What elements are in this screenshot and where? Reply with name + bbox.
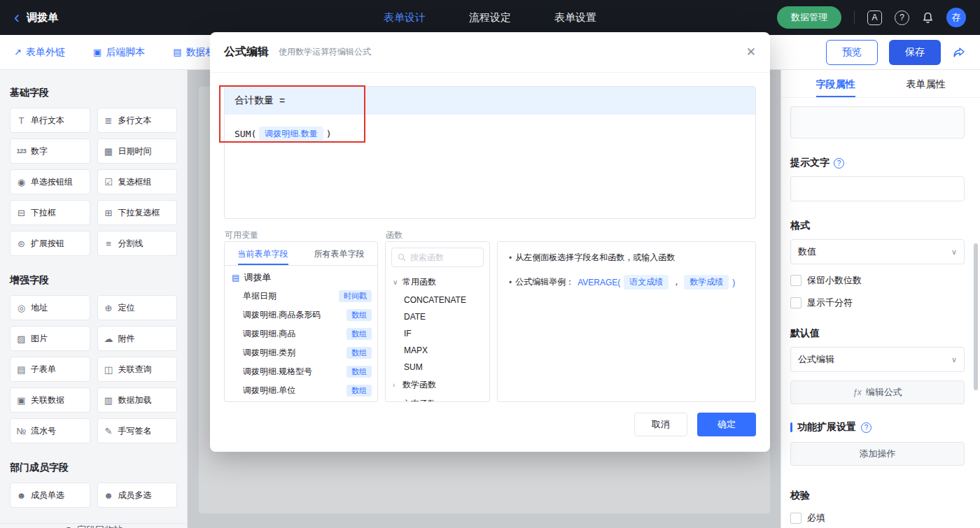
field-item-label: 复选框组 <box>118 176 152 188</box>
field-item-multi-line-text[interactable]: ≣多行文本 <box>97 108 178 133</box>
default-value-select[interactable]: 公式编辑 ∨ <box>790 347 965 372</box>
variable-item[interactable]: 调拨明细.商品数组 <box>225 324 377 343</box>
format-select-value: 数值 <box>798 245 816 258</box>
checkbox-box[interactable] <box>790 513 802 524</box>
extension-settings-section: 功能扩展设置 ? <box>790 421 965 434</box>
field-item-extension-button[interactable]: ⊜扩展按钮 <box>10 231 90 256</box>
variable-type-badge: 时间戳 <box>339 290 372 302</box>
dropdown-icon: ⊟ <box>16 208 27 218</box>
description-box[interactable] <box>790 106 965 138</box>
variable-type-badge: 数组 <box>346 309 372 321</box>
function-item-if[interactable]: IF <box>386 325 489 342</box>
back-icon[interactable]: ‹ <box>14 9 20 26</box>
hint-help-icon[interactable]: ? <box>834 158 844 169</box>
checkbox-thousands-separator[interactable]: 显示千分符 <box>790 297 965 309</box>
function-item-concatenate[interactable]: CONCATENATE <box>386 292 489 308</box>
function-search-input[interactable] <box>410 252 477 262</box>
field-item-subform[interactable]: ▤子表单 <box>10 357 90 382</box>
avatar[interactable]: 存 <box>946 8 966 27</box>
field-item-checkbox-group[interactable]: ☑复选框组 <box>97 169 178 194</box>
data-manage-button[interactable]: 数据管理 <box>777 6 841 29</box>
tab-form-settings[interactable]: 表单设置 <box>554 11 596 24</box>
member-single-icon: ☻ <box>16 490 27 501</box>
function-item-date[interactable]: DATE <box>386 308 489 325</box>
variable-item[interactable]: 调拨明细.类别数组 <box>225 343 377 362</box>
field-item-label: 流水号 <box>31 425 56 437</box>
field-item-label: 多行文本 <box>118 115 152 127</box>
field-item-signature[interactable]: ✎手写签名 <box>97 418 178 443</box>
confirm-button[interactable]: 确定 <box>697 413 756 436</box>
section-title-member-fields: 部门成员字段 <box>10 462 177 474</box>
checkbox-keep-decimal-places[interactable]: 保留小数位数 <box>790 274 965 287</box>
functions-panel: ∨ 常用函数 CONCATENATE DATE IF MAPX SUM › 数学… <box>385 241 490 402</box>
field-item-serial-number[interactable]: №流水号 <box>10 418 90 443</box>
field-item-radio-group[interactable]: ◉单选按钮组 <box>10 169 90 194</box>
toolbar-link-script[interactable]: ▣ 后端脚本 <box>93 46 145 59</box>
tab-form-design[interactable]: 表单设计 <box>384 11 426 24</box>
tab-flow-settings[interactable]: 流程设定 <box>469 11 511 24</box>
variable-item[interactable]: 调拨明细.单位数组 <box>225 381 377 400</box>
field-item-single-line-text[interactable]: T单行文本 <box>10 108 90 133</box>
bell-icon[interactable] <box>922 12 934 24</box>
help-text: 从左侧面板选择字段名和函数，或输入函数 <box>515 252 675 264</box>
variable-name: 调拨明细.单位 <box>243 385 295 397</box>
checkbox-box[interactable] <box>790 297 802 308</box>
formula-expression[interactable]: SUM( 调拨明细.数量 ) <box>225 115 755 153</box>
formula-editor[interactable]: 合计数量 = SUM( 调拨明细.数量 ) <box>224 86 756 219</box>
field-item-number[interactable]: 123数字 <box>10 138 90 164</box>
toolbar-link-external[interactable]: ↗ 表单外链 <box>14 46 65 59</box>
function-group-common[interactable]: ∨ 常用函数 <box>386 273 489 292</box>
checkbox-box[interactable] <box>790 275 802 286</box>
field-item-location[interactable]: ⊕定位 <box>97 295 178 320</box>
language-icon[interactable]: A <box>867 10 882 25</box>
tab-all-form-fields[interactable]: 所有表单字段 <box>301 242 377 265</box>
hint-text-input[interactable] <box>790 176 965 201</box>
variable-item[interactable]: 调拨明细.商品条形码数组 <box>225 306 377 324</box>
field-item-related-query[interactable]: ◫关联查询 <box>97 357 178 382</box>
tab-field-properties[interactable]: 字段属性 <box>790 70 881 97</box>
field-item-dropdown-multi[interactable]: ⊞下拉复选框 <box>97 200 178 225</box>
tab-form-properties[interactable]: 表单属性 <box>881 70 971 97</box>
formula-field-tag[interactable]: 调拨明细.数量 <box>259 127 323 141</box>
field-item-data-load[interactable]: ▥数据加载 <box>97 387 178 413</box>
checkbox-required[interactable]: 必填 <box>790 512 965 525</box>
save-button[interactable]: 保存 <box>889 40 941 65</box>
field-item-attachment[interactable]: ☁附件 <box>97 326 178 351</box>
share-icon[interactable] <box>952 45 966 59</box>
field-item-datetime[interactable]: ▦日期时间 <box>97 138 178 164</box>
function-item-mapx[interactable]: MAPX <box>386 342 489 359</box>
tab-current-form-fields[interactable]: 当前表单字段 <box>225 242 301 265</box>
field-item-address[interactable]: ◎地址 <box>10 295 90 320</box>
help-function-close: ) <box>732 278 735 287</box>
field-item-divider[interactable]: ≡分割线 <box>97 231 178 256</box>
field-item-member-single[interactable]: ☻成员单选 <box>10 483 90 508</box>
toolbar-link-data-permission[interactable]: ▤ 数据权 <box>173 46 215 59</box>
help-icon[interactable]: ? <box>895 10 909 25</box>
panel-scrollbar-thumb[interactable] <box>974 243 978 390</box>
variables-root-label: 调拨单 <box>244 271 271 284</box>
add-action-button[interactable]: 添加操作 <box>790 442 965 466</box>
function-group-label: 数学函数 <box>402 379 436 391</box>
function-group-math[interactable]: › 数学函数 <box>386 376 489 394</box>
extension-help-icon[interactable]: ? <box>861 422 872 433</box>
cancel-button[interactable]: 取消 <box>634 413 687 436</box>
field-recycle-bin[interactable]: ♻ 字段回收站 <box>0 523 187 528</box>
label-text: 默认值 <box>790 327 820 340</box>
field-item-dropdown[interactable]: ⊟下拉框 <box>10 200 90 225</box>
field-item-image[interactable]: ▨图片 <box>10 326 90 351</box>
variable-item[interactable]: 单据日期时间戳 <box>225 287 377 306</box>
format-select[interactable]: 数值 ∨ <box>790 239 965 264</box>
function-item-sum[interactable]: SUM <box>386 359 489 376</box>
variable-item[interactable]: 调拨明细.规格型号数组 <box>225 362 377 381</box>
variables-tree-root[interactable]: ▤ 调拨单 <box>225 266 377 287</box>
field-item-related-data[interactable]: ▣关联数据 <box>10 387 90 413</box>
field-item-label: 成员单选 <box>31 490 64 501</box>
edit-formula-button[interactable]: ƒx 编辑公式 <box>790 380 965 404</box>
field-item-member-multi[interactable]: ☻成员多选 <box>97 483 178 508</box>
function-group-text[interactable]: › 文本函数 <box>386 394 489 402</box>
field-item-label: 关联查询 <box>118 364 152 376</box>
function-search[interactable] <box>391 248 484 267</box>
field-item-label: 日期时间 <box>118 145 152 157</box>
preview-button[interactable]: 预览 <box>826 40 878 65</box>
close-icon[interactable]: ✕ <box>746 45 756 59</box>
